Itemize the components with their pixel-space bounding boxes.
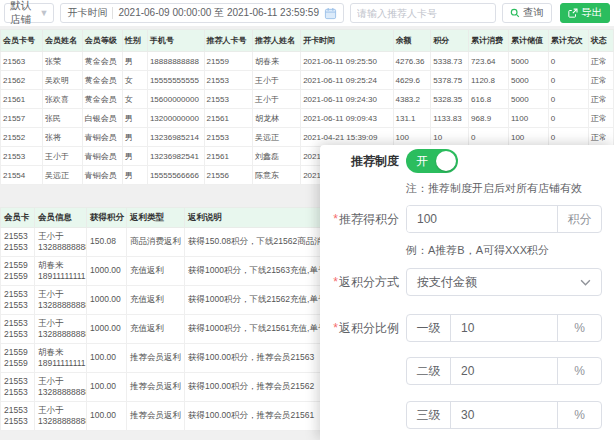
type-cell: 充值返利 [127, 315, 185, 344]
level1-prefix: 一级 [407, 315, 451, 341]
table-cell: 5000 [508, 52, 548, 71]
table-cell: 2021-06-11 09:25:24 [301, 71, 393, 90]
table-cell: 正常 [588, 90, 613, 109]
card-cell: 2155921559 [1, 344, 35, 373]
table-cell: 21553 [204, 128, 252, 147]
percent-suffix: % [557, 402, 601, 428]
member-info-cell: 胡春来18911111111 [35, 257, 87, 286]
table-cell: 5000 [508, 90, 548, 109]
store-select[interactable]: 默认店铺 ▼ [4, 3, 54, 23]
column-header: 推荐人卡号 [204, 30, 252, 52]
rebate-method-label: *返积分方式 [320, 274, 406, 291]
table-cell: 21563 [1, 52, 43, 71]
table-cell: 女 [122, 71, 147, 90]
table-cell: 21561 [204, 147, 252, 166]
screen: 默认店铺 ▼ 开卡时间 2021-06-09 00:00:00 至 2021-0… [0, 0, 614, 440]
card-cell: 2155321553 [1, 373, 35, 402]
points-cell: 150.08 [87, 228, 127, 257]
table-cell: 4629.6 [393, 71, 431, 90]
rebate-method-value: 按支付金额 [417, 274, 477, 291]
card-cell: 2155321553 [1, 402, 35, 431]
percent-suffix: % [557, 358, 601, 384]
table-cell: 男 [122, 52, 147, 71]
table-cell: 刘鑫磊 [252, 147, 300, 166]
table-row[interactable]: 21552张将青铜会员男1323698521421553吴远正2021-04-2… [1, 128, 614, 147]
column-header: 余额 [393, 30, 431, 52]
required-asterisk: * [333, 212, 338, 226]
table-cell: 正常 [588, 109, 613, 128]
table-cell: 18888888888 [147, 52, 204, 71]
points-cell: 1000.00 [87, 286, 127, 315]
column-header: 累计消费 [469, 30, 509, 52]
search-button[interactable]: 查询 [502, 3, 552, 23]
column-header: 会员卡号 [1, 30, 43, 52]
table-cell: 男 [122, 147, 147, 166]
points-cell: 100.00 [87, 402, 127, 431]
date-range-picker[interactable]: 开卡时间 2021-06-09 00:00:00 至 2021-06-11 23… [60, 3, 344, 23]
table-cell: 王小于 [252, 71, 300, 90]
search-icon [510, 8, 520, 18]
points-cell: 1000.00 [87, 257, 127, 286]
table-cell: 13236982541 [147, 147, 204, 166]
level1-input-group: 一级 % [406, 314, 602, 342]
rebate-method-select[interactable]: 按支付金额 [406, 268, 602, 296]
table-cell: 王小于 [42, 147, 82, 166]
table-cell: 2021-06-11 09:25:50 [301, 52, 393, 71]
column-header: 积分 [431, 30, 469, 52]
table-cell: 21562 [1, 71, 43, 90]
table-cell: 男 [122, 128, 147, 147]
toggle-on-label: 开 [416, 149, 428, 173]
table-cell: 0 [548, 52, 588, 71]
level3-ratio-input[interactable] [451, 402, 557, 428]
referral-system-row: 推荐制度 开 [320, 149, 606, 173]
divider [112, 7, 113, 19]
table-row[interactable]: 21561张欢喜黄金会员女1560000000021553王小于2021-06-… [1, 90, 614, 109]
table-cell: 青铜会员 [82, 128, 122, 147]
table-cell: 黄金会员 [82, 71, 122, 90]
required-asterisk: * [333, 321, 338, 335]
referral-system-toggle[interactable]: 开 [406, 149, 458, 173]
table-cell: 21553 [204, 71, 252, 90]
level3-prefix: 三级 [407, 402, 451, 428]
table-row[interactable]: 21562吴欢明黄金会员女1555555555521553王小于2021-06-… [1, 71, 614, 90]
table-cell: 21556 [204, 166, 252, 185]
column-header: 开卡时间 [301, 30, 393, 52]
column-header: 推荐人姓名 [252, 30, 300, 52]
percent-suffix: % [557, 315, 601, 341]
column-header: 会员信息 [35, 208, 87, 228]
referral-points-input[interactable] [407, 206, 557, 232]
table-cell: 陈意东 [252, 166, 300, 185]
table-cell: 21554 [1, 166, 43, 185]
level2-ratio-input[interactable] [451, 358, 557, 384]
points-unit-suffix: 积分 [557, 206, 601, 232]
toolbar: 默认店铺 ▼ 开卡时间 2021-06-09 00:00:00 至 2021-0… [0, 0, 614, 26]
export-button-label: 导出 [581, 6, 602, 20]
column-header: 会员卡 [1, 208, 35, 228]
table-cell: 968.9 [469, 109, 509, 128]
card-cell: 2155921559 [1, 257, 35, 286]
rebate-ratio-level1-row: *返积分比例 一级 % [320, 314, 606, 342]
table-cell: 15555555555 [147, 71, 204, 90]
referrer-card-input[interactable] [350, 3, 496, 23]
referral-points-row: *推荐得积分 积分 [320, 205, 606, 233]
table-cell: 男 [122, 166, 147, 185]
rebate-method-row: *返积分方式 按支付金额 [320, 268, 606, 296]
table-cell: 15600000000 [147, 90, 204, 109]
table-cell: 正常 [588, 52, 613, 71]
points-cell: 1000.00 [87, 315, 127, 344]
table-cell: 0 [548, 71, 588, 90]
level1-ratio-input[interactable] [451, 315, 557, 341]
column-header: 累计储值 [508, 30, 548, 52]
table-cell: 5328.35 [431, 90, 469, 109]
table-cell: 吴远正 [42, 166, 82, 185]
type-cell: 推荐会员返利 [127, 344, 185, 373]
table-row[interactable]: 21563张荣黄金会员男1888888888821559胡春来2021-06-1… [1, 52, 614, 71]
type-cell: 充值返利 [127, 257, 185, 286]
member-info-cell: 胡春来18911111111 [35, 344, 87, 373]
table-row[interactable]: 21557张民白银会员男1320000000021561胡龙林2021-06-1… [1, 109, 614, 128]
table-cell: 张欢喜 [42, 90, 82, 109]
table-cell: 女 [122, 90, 147, 109]
export-button[interactable]: 导出 [560, 3, 610, 23]
card-cell: 2155321553 [1, 286, 35, 315]
members-table-header-row: 会员卡号会员姓名会员等级性别手机号推荐人卡号推荐人姓名开卡时间余额积分累计消费累… [1, 30, 614, 52]
